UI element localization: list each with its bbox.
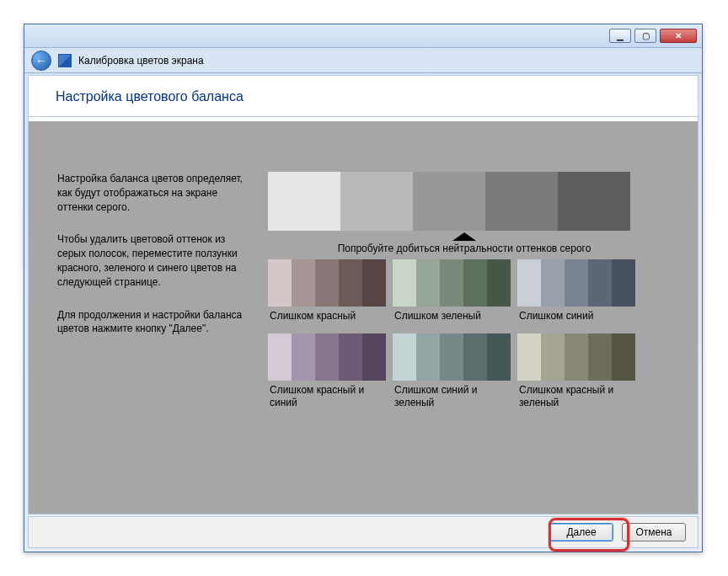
window-title: Калибровка цветов экрана bbox=[78, 55, 204, 67]
neutral-swatch-row bbox=[268, 172, 630, 231]
neutral-swatch bbox=[268, 172, 340, 231]
footer-bar: Далее Отмена bbox=[28, 516, 699, 548]
arrow-left-icon: ← bbox=[35, 54, 47, 67]
minimize-button[interactable]: ▁ bbox=[609, 29, 631, 43]
example-swatch bbox=[268, 259, 386, 307]
example-label: Слишком зеленый bbox=[393, 310, 511, 322]
close-button[interactable]: ✕ bbox=[660, 29, 697, 43]
example-label: Слишком синий и зеленый bbox=[393, 384, 511, 408]
example-label: Слишком красный и синий bbox=[268, 384, 386, 408]
next-button[interactable]: Далее bbox=[549, 523, 613, 541]
window-frame: ▁ ▢ ✕ ← Калибровка цветов экрана Настрой… bbox=[24, 24, 703, 552]
neutral-swatch bbox=[485, 172, 558, 231]
instruction-paragraph: Настройка баланса цветов определяет, как… bbox=[57, 172, 243, 214]
page-title: Настройка цветового баланса bbox=[56, 89, 671, 104]
neutral-swatch bbox=[558, 172, 630, 231]
example-swatch bbox=[268, 333, 386, 381]
example-swatch bbox=[517, 333, 635, 381]
neutral-swatch bbox=[340, 172, 413, 231]
maximize-button[interactable]: ▢ bbox=[634, 29, 656, 43]
examples-column: Попробуйте добиться нейтральности оттенк… bbox=[268, 172, 669, 497]
example-label: Слишком синий bbox=[517, 310, 635, 322]
header-bar: ← Калибровка цветов экрана bbox=[24, 48, 702, 73]
instruction-paragraph: Для продолжения и настройки баланса цвет… bbox=[57, 308, 243, 337]
example-swatch bbox=[517, 259, 635, 307]
instructions-column: Настройка баланса цветов определяет, как… bbox=[57, 172, 243, 497]
example-label: Слишком красный bbox=[268, 310, 386, 322]
instruction-paragraph: Чтобы удалить цветовой оттенок из серых … bbox=[57, 232, 243, 289]
content-area: Настройка цветового баланса Настройка ба… bbox=[28, 75, 699, 515]
arrow-up-icon bbox=[452, 232, 476, 241]
cancel-button[interactable]: Отмена bbox=[622, 523, 686, 541]
page-title-bar: Настройка цветового баланса bbox=[29, 76, 698, 117]
back-button[interactable]: ← bbox=[31, 51, 51, 71]
body-panel: Настройка баланса цветов определяет, как… bbox=[29, 121, 698, 514]
neutral-caption: Попробуйте добиться нейтральности оттенк… bbox=[338, 243, 592, 254]
app-icon bbox=[58, 54, 72, 67]
neutral-swatch bbox=[413, 172, 485, 231]
example-swatch bbox=[393, 259, 511, 307]
example-swatch bbox=[393, 333, 511, 381]
titlebar: ▁ ▢ ✕ bbox=[24, 24, 702, 48]
examples-grid: Слишком красныйСлишком зеленыйСлишком си… bbox=[268, 259, 635, 417]
example-label: Слишком красный и зеленый bbox=[517, 384, 635, 408]
